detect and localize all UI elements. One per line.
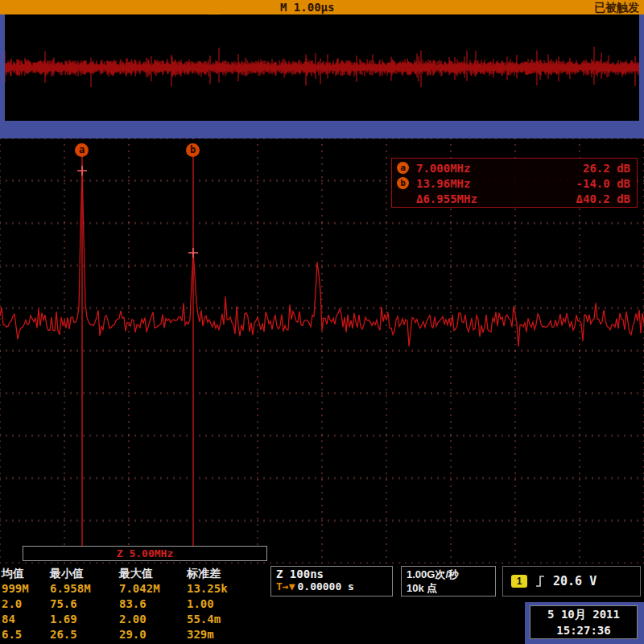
- datetime-box: 5 10月 2011 15:27:36: [530, 605, 638, 639]
- stats-header-mean: 均值: [2, 567, 50, 582]
- delta-frequency: Δ6.955MHz: [416, 192, 521, 205]
- time-label: 15:27:36: [530, 622, 637, 638]
- trigger-delay-icon: T→▼: [276, 580, 295, 592]
- trigger-delay-readout: T→▼0.00000 s: [276, 580, 387, 592]
- status-bar: 均值 最小值 最大值 标准差 999M 6.958M 7.042M 13.25k…: [0, 564, 644, 644]
- oscilloscope-screen: M 1.00µs 已被触发 a b a 7.000MHz 26.2 dB b: [0, 0, 644, 644]
- timebase-label: M 1.00µs: [280, 1, 334, 14]
- stats-cell: 2.00: [119, 613, 187, 628]
- trigger-level-value: 20.6 V: [553, 574, 597, 588]
- stats-cell: 84: [2, 613, 50, 628]
- datetime-panel: 5 10月 2011 15:27:36: [525, 602, 644, 644]
- stats-cell: 26.5: [50, 628, 119, 643]
- stats-cell: 7.042M: [119, 582, 187, 597]
- record-length-label: 10k 点: [407, 581, 490, 595]
- cursor-b-level: -14.0 dB: [521, 177, 632, 190]
- channel-1-badge: 1: [511, 575, 527, 588]
- acquisition-box: 1.00G次/秒 10k 点: [401, 566, 496, 597]
- waveform-window: [0, 14, 644, 138]
- stats-cell: 13.25k: [187, 582, 258, 597]
- stats-cell: 6.958M: [50, 582, 119, 597]
- stats-header-stddev: 标准差: [187, 567, 258, 582]
- cursor-a-frequency: 7.000MHz: [416, 162, 521, 175]
- cursor-b-badge-icon: b: [397, 177, 409, 189]
- stats-header-min: 最小值: [50, 567, 119, 582]
- cursor-b-label: b: [186, 143, 200, 157]
- stats-cell: 1.69: [50, 613, 119, 628]
- trigger-delay-value: 0.00000 s: [297, 580, 353, 592]
- cursor-a-level: 26.2 dB: [521, 162, 632, 175]
- stats-cell: 2.0: [2, 597, 50, 613]
- date-label: 5 10月 2011: [530, 606, 637, 622]
- stats-cell: 1.00: [187, 597, 258, 613]
- top-bar: M 1.00µs 已被触发: [0, 0, 644, 14]
- zoom-timebase-label: Z 100ns: [276, 568, 387, 580]
- cursor-a-label: a: [75, 143, 89, 157]
- noise-trace-path: [5, 47, 639, 87]
- cursor-b-cross-icon: [188, 248, 198, 258]
- spectrum-zoom-scale-box: Z 5.00MHz: [23, 546, 267, 561]
- stats-cell: 75.6: [50, 597, 119, 613]
- cursor-b-frequency: 13.96MHz: [416, 177, 521, 190]
- trigger-status-label: 已被触发: [594, 1, 639, 15]
- cursor-a-readout-row: a 7.000MHz 26.2 dB: [397, 160, 632, 175]
- cursor-delta-readout-row: Δ6.955MHz Δ40.2 dB: [397, 191, 632, 206]
- cursor-a-badge-icon: a: [397, 162, 409, 174]
- stats-cell: 55.4m: [187, 613, 258, 628]
- horizontal-settings-box: Z 100ns T→▼0.00000 s: [270, 566, 393, 597]
- delta-level: Δ40.2 dB: [521, 192, 632, 205]
- spectrum-zoom-scale-label: Z 5.00MHz: [117, 547, 173, 559]
- stats-cell: 29.0: [119, 628, 187, 643]
- cursor-readout-box: a 7.000MHz 26.2 dB b 13.96MHz -14.0 dB Δ…: [391, 158, 638, 208]
- cursor-a-cross-icon: [77, 166, 87, 175]
- sample-rate-label: 1.00G次/秒: [407, 568, 490, 581]
- time-domain-trace: [5, 14, 639, 121]
- cursor-b-readout-row: b 13.96MHz -14.0 dB: [397, 175, 632, 191]
- stats-cell: 83.6: [119, 597, 187, 613]
- rising-edge-icon: [535, 574, 546, 588]
- stats-cell: 6.5: [2, 628, 50, 643]
- stats-cell: 329m: [187, 628, 258, 643]
- stats-cell: 999M: [2, 582, 50, 597]
- spectrum-window: a b a 7.000MHz 26.2 dB b 13.96MHz -14.0 …: [0, 138, 644, 564]
- stats-header-max: 最大值: [119, 567, 187, 582]
- trigger-settings-box: 1 20.6 V: [502, 566, 641, 597]
- measurement-stats-table: 均值 最小值 最大值 标准差 999M 6.958M 7.042M 13.25k…: [2, 567, 258, 643]
